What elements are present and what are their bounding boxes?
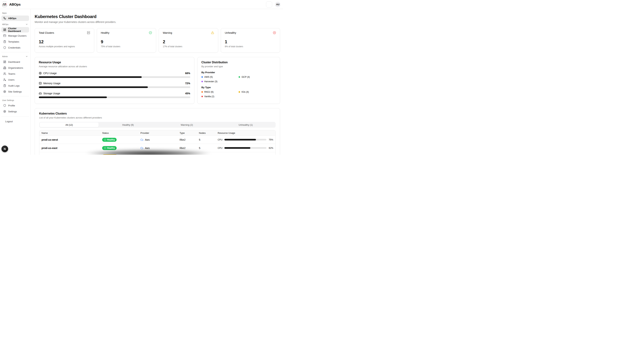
- sidebar-item-label: Templates: [8, 40, 19, 43]
- workflow-icon: [3, 17, 6, 20]
- chevron-down-icon: [26, 23, 28, 25]
- provider-cell: Aws: [140, 138, 175, 141]
- table-row[interactable]: staging-euWarningGcpK3s3CPU:55%: [39, 152, 276, 155]
- legend-dot: [202, 96, 203, 97]
- sidebar-item-site-settings[interactable]: Site Settings: [2, 89, 29, 94]
- sidebar-item-label: Users: [8, 78, 14, 81]
- stat-description: 17% of total clusters: [163, 45, 214, 48]
- sidebar-item-abops[interactable]: ABOps: [2, 15, 29, 21]
- stat-value: 9: [101, 40, 152, 44]
- sidebar-item-label: Teams: [8, 72, 15, 75]
- sidebar-item-credentials[interactable]: Credentials: [2, 45, 29, 50]
- resource-usage-subtitle: Average resource utilization across all …: [39, 65, 190, 68]
- layout-dashboard-icon: [3, 60, 6, 63]
- user-avatar[interactable]: AU: [275, 2, 280, 7]
- sidebar-item-templates[interactable]: Templates: [2, 39, 29, 44]
- settings-icon: [3, 110, 6, 113]
- hard-drive-icon: [39, 92, 42, 95]
- shield-icon: [3, 46, 6, 49]
- provider-cell: Aws: [140, 147, 175, 149]
- metric-label: CPU Usage: [43, 72, 57, 75]
- section-label-text: Apps: [2, 12, 7, 14]
- alphabravo-logo-icon: AB ALPHABRAVO.IO: [2, 1, 8, 7]
- stat-label: Unhealthy: [225, 31, 236, 34]
- page-title: Kubernetes Cluster Dashboard: [35, 14, 280, 19]
- stat-description: 75% of total clusters: [101, 45, 152, 48]
- sidebar-item-label: Cluster Dashboard: [8, 27, 27, 32]
- progress-fill: [39, 96, 107, 98]
- tab-unhealthy-1-[interactable]: Unhealthy (1): [216, 122, 275, 127]
- cell-nodes: 5: [197, 136, 216, 144]
- sidebar-section-label: User Settings: [2, 98, 29, 103]
- column-header-nodes: Nodes: [197, 130, 216, 136]
- provider-label: Aws: [145, 138, 150, 141]
- legend-item: K3s (4): [238, 91, 276, 93]
- tab-warning-2-[interactable]: Warning (2): [158, 122, 216, 127]
- legend-dot: [202, 81, 203, 82]
- cell-name: prod-us-east: [39, 144, 100, 152]
- cpu-progress-fill: [224, 139, 256, 140]
- sidebar-item-organizations[interactable]: Organizations: [2, 65, 29, 70]
- stat-label: Total Clusters: [39, 31, 54, 34]
- resource-usage-title: Resource Usage: [39, 61, 190, 64]
- status-badge: Healthy: [102, 146, 116, 150]
- cluster-filter-tabs: All (12)Healthy (9)Warning (2)Unhealthy …: [39, 122, 276, 128]
- dev-tools-badge[interactable]: N: [2, 146, 8, 152]
- table-row[interactable]: prod-us-westHealthyAwsRke25CPU:75%: [39, 136, 276, 144]
- resource-usage-card: Resource Usage Average resource utilizat…: [35, 57, 194, 104]
- tab-all-12-[interactable]: All (12): [40, 122, 98, 127]
- stat-value: 1: [225, 40, 276, 44]
- distribution-group: By ProviderAWS (5)GCP (4)Harvester (3): [202, 71, 276, 83]
- top-bar-actions: AU: [263, 1, 280, 7]
- sidebar-item-dashboard[interactable]: Dashboard: [2, 59, 29, 64]
- sidebar-section-label[interactable]: Admin: [2, 54, 29, 59]
- progress-track: [39, 76, 190, 78]
- legend-item: Vanilla (2): [202, 95, 239, 98]
- metric-value: 72%: [185, 82, 190, 85]
- sidebar-section: User SettingsProfileSettings: [2, 96, 29, 114]
- top-bar: AB ALPHABRAVO.IO ABOps AU: [0, 0, 283, 9]
- app-window-icon: [3, 34, 6, 37]
- theme-toggle-button[interactable]: [266, 1, 272, 7]
- sidebar-item-manage-clusters[interactable]: Manage Clusters: [2, 33, 29, 38]
- cluster-distribution-subtitle: By provider and type: [202, 65, 276, 68]
- stat-card-total-clusters: Total Clusters12Across multiple provider…: [35, 28, 94, 53]
- sidebar-item-profile[interactable]: Profile: [2, 103, 29, 108]
- sidebar: AppsABOpsABOpsCluster DashboardManage Cl…: [0, 9, 31, 155]
- sidebar-section: ABOpsCluster DashboardManage ClustersTem…: [2, 22, 29, 50]
- sidebar-item-label: Manage Clusters: [8, 34, 26, 37]
- cpu-icon: [39, 72, 42, 75]
- svg-text:AB: AB: [2, 3, 6, 5]
- cpu-progress-track: [224, 147, 266, 149]
- sidebar-section-label[interactable]: ABOps: [2, 22, 29, 27]
- column-header-resource-usage: Resource Usage: [216, 130, 276, 136]
- table-row[interactable]: prod-us-eastHealthyAwsRke25CPU:62%: [39, 144, 276, 152]
- clipboard-list-icon: [3, 84, 6, 87]
- cluster-distribution-card: Cluster Distribution By provider and typ…: [197, 57, 280, 104]
- sidebar-item-teams[interactable]: Teams: [2, 71, 29, 76]
- distribution-group: By TypeRKE2 (6)K3s (4)Vanilla (2): [202, 86, 276, 98]
- stat-card-warning: Warning217% of total clusters: [159, 28, 218, 53]
- sidebar-item-settings[interactable]: Settings: [2, 109, 29, 114]
- column-header-name: Name: [39, 130, 100, 136]
- circle-check-icon: [149, 31, 152, 34]
- cpu-percent: 62%: [268, 147, 273, 149]
- circle-check-icon: [104, 147, 106, 149]
- kubernetes-clusters-card: Kubernetes Clusters List of all your Kub…: [35, 108, 280, 155]
- cell-nodes: 5: [197, 144, 216, 152]
- legend-item: RKE2 (6): [202, 91, 239, 93]
- legend-item: AWS (5): [202, 76, 239, 78]
- logout-button[interactable]: Logout: [2, 119, 29, 124]
- cloud-icon: [140, 147, 143, 149]
- progress-track: [39, 86, 190, 88]
- metric-label: Memory Usage: [43, 82, 60, 85]
- sidebar-item-users[interactable]: Users: [2, 77, 29, 82]
- table-header-row: NameStatusProviderTypeNodesResource Usag…: [39, 130, 276, 136]
- brand: AB ALPHABRAVO.IO ABOps: [2, 1, 20, 7]
- sidebar-item-audit-logs[interactable]: Audit Logs: [2, 83, 29, 88]
- main-content: Kubernetes Cluster Dashboard Monitor and…: [31, 9, 283, 155]
- page-subtitle: Monitor and manage your Kubernetes clust…: [35, 20, 280, 23]
- tab-healthy-9-[interactable]: Healthy (9): [98, 122, 158, 127]
- sidebar-item-cluster-dashboard[interactable]: Cluster Dashboard: [2, 27, 29, 32]
- metric-memory-usage: Memory Usage72%: [39, 82, 190, 88]
